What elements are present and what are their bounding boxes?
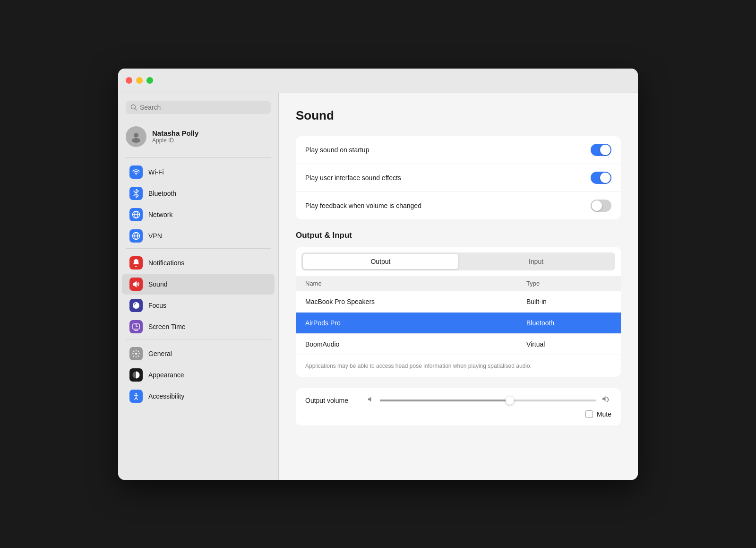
svg-point-15	[135, 353, 137, 355]
focus-icon-svg	[132, 301, 140, 310]
volume-row: Output volume	[305, 396, 611, 406]
feedback-sound-toggle-thumb	[592, 200, 602, 211]
volume-high-icon	[602, 396, 611, 406]
device-table-header: Name Type	[296, 276, 621, 291]
slider-track	[380, 400, 596, 401]
user-subtitle: Apple ID	[152, 137, 198, 144]
titlebar	[118, 69, 638, 93]
ui-sounds-toggle[interactable]	[591, 172, 611, 184]
bluetooth-icon	[129, 187, 143, 200]
sidebar-item-wifi[interactable]: Wi-Fi	[122, 162, 275, 183]
sidebar-item-label-sound: Sound	[148, 280, 167, 288]
slider-thumb[interactable]	[506, 396, 514, 405]
volume-low-icon	[368, 396, 374, 405]
sound-icon	[129, 278, 143, 291]
output-input-tabs: Output Input	[301, 252, 615, 270]
accessibility-icon	[129, 390, 143, 403]
vpn-icon-svg	[132, 232, 140, 240]
startup-sound-label: Play sound on startup	[305, 146, 369, 154]
col-type-header: Type	[526, 280, 611, 287]
svg-point-3	[132, 138, 140, 143]
mute-row: Mute	[305, 410, 611, 418]
sidebar-item-appearance[interactable]: Appearance	[122, 365, 275, 385]
system-preferences-window: Natasha Polly Apple ID Wi-Fi	[118, 69, 638, 480]
user-info: Natasha Polly Apple ID	[152, 129, 198, 144]
notifications-icon-svg	[132, 259, 140, 267]
sidebar-item-network[interactable]: Network	[122, 204, 275, 225]
output-volume-slider[interactable]	[380, 396, 596, 405]
startup-sound-toggle[interactable]	[591, 144, 611, 156]
svg-point-4	[136, 174, 137, 175]
avatar	[126, 126, 146, 147]
maximize-button[interactable]	[146, 77, 153, 84]
sidebar-item-label-accessibility: Accessibility	[148, 392, 184, 400]
main-content: Sound Play sound on startup Play user in…	[279, 93, 638, 480]
content-area: Natasha Polly Apple ID Wi-Fi	[118, 93, 638, 480]
sidebar-item-bluetooth[interactable]: Bluetooth	[122, 183, 275, 204]
tab-output[interactable]: Output	[303, 254, 458, 269]
accessibility-icon-svg	[132, 392, 140, 400]
general-icon-svg	[132, 349, 140, 358]
wifi-icon	[129, 165, 143, 179]
device-row-airpods[interactable]: AirPods Pro Bluetooth	[296, 313, 621, 334]
sidebar-item-general[interactable]: General	[122, 343, 275, 364]
sidebar-item-vpn[interactable]: VPN	[122, 226, 275, 246]
device-row-boomaudio[interactable]: BoomAudio Virtual	[296, 334, 621, 355]
minimize-button[interactable]	[136, 77, 143, 84]
device-name-airpods: AirPods Pro	[305, 319, 526, 327]
search-icon	[130, 104, 137, 111]
general-icon	[129, 347, 143, 360]
mute-label: Mute	[597, 410, 611, 418]
device-notice: Applications may be able to access head …	[296, 355, 621, 377]
sound-icon-svg	[132, 280, 140, 288]
svg-line-1	[135, 108, 137, 110]
search-input[interactable]	[140, 104, 266, 111]
sidebar-item-label-screentime: Screen Time	[148, 323, 186, 331]
sidebar-item-label-bluetooth: Bluetooth	[148, 190, 176, 197]
svg-line-21	[136, 398, 137, 400]
sidebar-item-label-vpn: VPN	[148, 232, 162, 240]
sidebar-divider-2	[126, 248, 271, 249]
notifications-icon	[129, 256, 143, 270]
volume-high-icon-svg	[602, 396, 611, 403]
close-button[interactable]	[126, 77, 132, 84]
tab-bar-container: Output Input	[296, 247, 621, 270]
sidebar-item-notifications[interactable]: Notifications	[122, 252, 275, 273]
focus-icon	[129, 299, 143, 312]
network-icon	[129, 208, 143, 221]
tab-input[interactable]: Input	[458, 254, 614, 269]
sidebar-item-sound[interactable]: Sound	[122, 274, 275, 295]
user-profile[interactable]: Natasha Polly Apple ID	[118, 122, 278, 156]
sidebar: Natasha Polly Apple ID Wi-Fi	[118, 93, 279, 480]
col-name-header: Name	[305, 280, 526, 287]
svg-point-2	[134, 133, 138, 138]
sidebar-item-label-notifications: Notifications	[148, 259, 184, 267]
sidebar-item-focus[interactable]: Focus	[122, 295, 275, 316]
ui-sounds-row: Play user interface sound effects	[296, 164, 621, 192]
slider-fill	[380, 400, 510, 401]
sidebar-item-label-wifi: Wi-Fi	[148, 168, 164, 176]
search-box[interactable]	[126, 101, 271, 114]
sidebar-item-screentime[interactable]: Screen Time	[122, 316, 275, 337]
page-title: Sound	[296, 108, 621, 123]
network-icon-svg	[132, 210, 140, 219]
output-input-section: Output & Input Output Input Name Type	[296, 231, 621, 377]
device-name-boomaudio: BoomAudio	[305, 340, 526, 348]
screentime-icon	[129, 320, 143, 333]
ui-sounds-label: Play user interface sound effects	[305, 174, 401, 182]
mute-checkbox[interactable]	[585, 410, 593, 418]
appearance-icon-svg	[132, 371, 140, 379]
startup-sound-toggle-thumb	[600, 145, 610, 155]
output-input-card: Output Input Name Type MacBook Pro Speak…	[296, 247, 621, 377]
device-type-airpods: Bluetooth	[526, 319, 611, 327]
search-container	[118, 101, 278, 122]
wifi-icon-svg	[132, 168, 140, 176]
sidebar-divider-1	[126, 157, 271, 158]
vpn-icon	[129, 229, 143, 243]
sidebar-item-accessibility[interactable]: Accessibility	[122, 386, 275, 407]
traffic-lights	[126, 77, 153, 84]
feedback-sound-toggle[interactable]	[591, 200, 611, 212]
sidebar-item-label-focus: Focus	[148, 302, 166, 309]
svg-point-17	[136, 393, 137, 394]
device-row-macbook[interactable]: MacBook Pro Speakers Built-in	[296, 291, 621, 313]
